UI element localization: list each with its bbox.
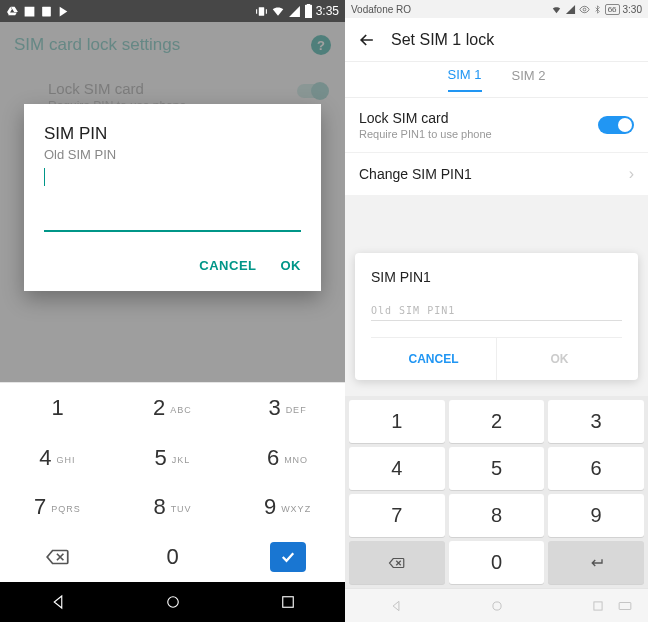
row-title: Lock SIM card: [359, 110, 492, 126]
svg-rect-9: [619, 602, 631, 609]
key-9[interactable]: 9: [548, 494, 644, 537]
signal-icon: [565, 4, 576, 15]
play-checked-icon: [57, 5, 70, 18]
key-1[interactable]: 1: [0, 383, 115, 433]
backspace-icon: [45, 544, 71, 570]
svg-rect-2: [305, 5, 312, 18]
svg-rect-1: [258, 7, 263, 16]
nav-home-icon[interactable]: [164, 593, 182, 611]
key-6[interactable]: 6: [548, 447, 644, 490]
key-0[interactable]: 0: [449, 541, 545, 584]
image-icon: [23, 5, 36, 18]
cancel-button[interactable]: CANCEL: [199, 258, 256, 273]
battery-percent: 66: [605, 4, 620, 15]
key-2[interactable]: 2: [449, 400, 545, 443]
status-bar: 3:35: [0, 0, 345, 22]
tab-sim1[interactable]: SIM 1: [448, 67, 482, 92]
phone-left-stock-android: 3:35 SIM card lock settings ? Lock SIM c…: [0, 0, 345, 622]
row-title: Change SIM PIN1: [359, 166, 472, 182]
tab-sim2[interactable]: SIM 2: [512, 68, 546, 91]
key-1[interactable]: 1: [349, 400, 445, 443]
svg-rect-5: [282, 597, 293, 608]
nav-back-icon[interactable]: [389, 599, 403, 613]
bluetooth-icon: [593, 4, 602, 15]
ok-button[interactable]: OK: [281, 258, 302, 273]
nav-recent-icon[interactable]: [591, 599, 605, 613]
key-5[interactable]: 5JKL: [115, 433, 230, 483]
row-change-pin[interactable]: Change SIM PIN1 ›: [345, 152, 648, 195]
nav-home-icon[interactable]: [490, 599, 504, 613]
toggle-lock-sim[interactable]: [598, 116, 634, 134]
backspace-icon: [385, 554, 409, 572]
pin-input[interactable]: [44, 204, 301, 232]
key-2[interactable]: 2ABC: [115, 383, 230, 433]
enter-icon: [585, 554, 607, 572]
key-3[interactable]: 3DEF: [230, 383, 345, 433]
row-lock-sim[interactable]: Lock SIM card Require PIN1 to use phone: [345, 98, 648, 152]
wifi-icon: [271, 4, 285, 18]
numeric-keypad: 1 2ABC 3DEF 4GHI 5JKL 6MNO 7PQRS 8TUV 9W…: [0, 382, 345, 582]
numeric-keypad: 1 2 3 4 5 6 7 8 9 0: [345, 396, 648, 588]
drive-icon: [6, 5, 19, 18]
key-4[interactable]: 4GHI: [0, 433, 115, 483]
key-5[interactable]: 5: [449, 447, 545, 490]
chevron-right-icon: ›: [629, 165, 634, 183]
key-8[interactable]: 8TUV: [115, 483, 230, 533]
nav-recent-icon[interactable]: [279, 593, 297, 611]
key-enter[interactable]: [548, 541, 644, 584]
nav-bar: [0, 582, 345, 622]
page-title: Set SIM 1 lock: [391, 31, 494, 49]
key-4[interactable]: 4: [349, 447, 445, 490]
dialog-title: SIM PIN: [44, 124, 301, 144]
key-8[interactable]: 8: [449, 494, 545, 537]
status-time: 3:30: [623, 4, 642, 15]
svg-point-4: [167, 597, 178, 608]
status-right-icons: 66 3:30: [551, 4, 642, 15]
sim-tabs: SIM 1 SIM 2: [345, 62, 648, 98]
input-placeholder: Old SIM PIN1: [371, 305, 622, 316]
key-7[interactable]: 7PQRS: [0, 483, 115, 533]
status-right-icons: 3:35: [255, 4, 339, 18]
pin-input[interactable]: Old SIM PIN1: [371, 305, 622, 321]
eye-off-icon: [579, 4, 590, 15]
svg-point-6: [583, 8, 586, 11]
svg-rect-0: [42, 6, 51, 16]
key-3[interactable]: 3: [548, 400, 644, 443]
svg-point-7: [492, 601, 500, 609]
status-left-icons: [6, 5, 70, 18]
check-icon: [279, 548, 297, 566]
key-7[interactable]: 7: [349, 494, 445, 537]
note-icon: [40, 5, 53, 18]
key-6[interactable]: 6MNO: [230, 433, 345, 483]
sim-pin-dialog: SIM PIN1 Old SIM PIN1 CANCEL OK: [355, 253, 638, 380]
key-9[interactable]: 9WXYZ: [230, 483, 345, 533]
nav-back-icon[interactable]: [49, 593, 67, 611]
back-icon[interactable]: [357, 30, 377, 50]
status-time: 3:35: [316, 4, 339, 18]
nav-bar: [345, 588, 648, 622]
key-backspace[interactable]: [0, 532, 115, 582]
svg-rect-3: [306, 4, 310, 6]
battery-icon: [304, 4, 313, 18]
sim-pin-dialog: SIM PIN Old SIM PIN CANCEL OK: [24, 104, 321, 291]
phone-right-emui: Vodafone RO 66 3:30 Set SIM 1 lock SIM 1…: [345, 0, 648, 622]
app-header: Set SIM 1 lock: [345, 18, 648, 62]
status-bar: Vodafone RO 66 3:30: [345, 0, 648, 18]
dialog-subtitle: Old SIM PIN: [44, 147, 301, 162]
ok-button[interactable]: OK: [496, 338, 622, 380]
key-enter[interactable]: [230, 532, 345, 582]
keyboard-hide-icon[interactable]: [618, 599, 632, 613]
cancel-button[interactable]: CANCEL: [371, 338, 496, 380]
signal-icon: [288, 5, 301, 18]
wifi-icon: [551, 4, 562, 15]
row-subtitle: Require PIN1 to use phone: [359, 128, 492, 140]
dialog-title: SIM PIN1: [371, 269, 622, 285]
key-0[interactable]: 0: [115, 532, 230, 582]
svg-rect-8: [593, 601, 601, 609]
vibrate-icon: [255, 5, 268, 18]
key-backspace[interactable]: [349, 541, 445, 584]
carrier-label: Vodafone RO: [351, 4, 411, 15]
